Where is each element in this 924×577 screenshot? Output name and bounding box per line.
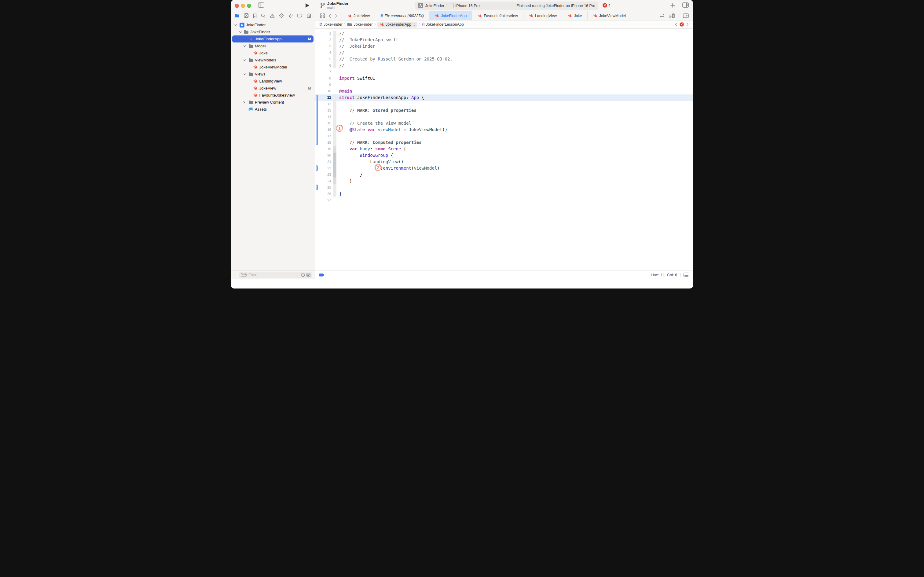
chevron-down-icon[interactable]: [239, 31, 242, 33]
breadcrumb-item-jokefinder[interactable]: AJokeFinder: [320, 22, 343, 27]
tab-favouritejokesview[interactable]: FavouriteJokesView: [472, 11, 523, 20]
find-navigator-icon[interactable]: [261, 13, 266, 18]
tab-jokefinderapp[interactable]: JokeFinderApp: [429, 11, 472, 20]
hide-bottom-bar-icon[interactable]: [684, 272, 689, 277]
sidebar-item-jokefinderapp[interactable]: JokeFinderAppM: [231, 35, 315, 42]
minimize-window-button[interactable]: [241, 4, 245, 8]
code-line-18[interactable]: 18 // MARK: Computed properties: [316, 139, 693, 146]
chevron-down-icon[interactable]: [243, 45, 246, 47]
modified-badge: M: [308, 37, 311, 41]
add-split-editor-icon[interactable]: [683, 13, 689, 18]
filter-icon[interactable]: [241, 273, 247, 277]
code-line-19[interactable]: 19 var body: some Scene {: [316, 146, 693, 152]
go-back-icon[interactable]: [328, 14, 331, 18]
source-control-navigator-icon[interactable]: [244, 13, 249, 18]
chevron-right-icon[interactable]: [243, 101, 246, 103]
close-window-button[interactable]: [235, 4, 239, 8]
sidebar-item-preview-content[interactable]: Preview Content: [231, 99, 315, 106]
code-line-11[interactable]: 11struct JokeFinderLessonApp: App {: [316, 94, 693, 101]
filter-field[interactable]: Filter: [239, 272, 312, 278]
sidebar-item-model[interactable]: Model: [231, 42, 315, 50]
go-forward-icon[interactable]: [335, 14, 338, 18]
code-line-1[interactable]: 1//: [316, 30, 693, 37]
sidebar-item-landingview[interactable]: LandingView: [231, 77, 315, 85]
error-count-badge[interactable]: 4: [602, 3, 610, 8]
code-line-27[interactable]: 27: [316, 197, 693, 203]
run-button[interactable]: [305, 3, 309, 8]
code-line-2[interactable]: 2// JokeFinderApp.swift: [316, 37, 693, 43]
current-issue-icon[interactable]: [679, 22, 684, 27]
scheme-status-pill[interactable]: A JokeFinder 〉 iPhone 16 Pro Finished ru…: [415, 2, 598, 10]
scheme-name[interactable]: JokeFinder: [425, 4, 444, 8]
code-line-25[interactable]: 25: [316, 184, 693, 191]
editor-overview-icon[interactable]: [320, 13, 325, 18]
sidebar-item-joke[interactable]: Joke: [231, 50, 315, 56]
code-line-12[interactable]: 12: [316, 101, 693, 107]
code-line-9[interactable]: 9: [316, 82, 693, 88]
code-line-16[interactable]: 16 @State var viewModel = JokeViewModel(…: [316, 127, 693, 133]
breadcrumb-item-jokefinderlessonapp[interactable]: SJokeFinderLessonApp: [422, 22, 464, 27]
previous-issue-icon[interactable]: [674, 23, 677, 26]
line-number: 24: [316, 178, 331, 184]
project-title: JokeFinder: [327, 1, 348, 6]
sidebar-item-jokefinder[interactable]: AJokeFinder: [231, 21, 315, 28]
code-line-8[interactable]: 8import SwiftUI: [316, 75, 693, 82]
code-text: // Created by Russell Gordon on 2025-03-…: [339, 56, 452, 62]
code-line-15[interactable]: 15 // Create the view model: [316, 120, 693, 127]
left-sidebar-toggle-icon[interactable]: [258, 2, 264, 8]
reports-navigator-icon[interactable]: [307, 13, 311, 18]
code-line-7[interactable]: 7: [316, 69, 693, 75]
breakpoints-navigator-icon[interactable]: [297, 14, 303, 18]
issues-navigator-icon[interactable]: [270, 13, 275, 18]
jump-bar-stepper-icon[interactable]: ⌃⌄: [414, 23, 415, 26]
source-editor[interactable]: 1//2// JokeFinderApp.swift3// JokeFinder…: [316, 29, 693, 270]
sidebar-item-assets[interactable]: Assets: [231, 106, 315, 113]
breadcrumb-item-jokefinderapp[interactable]: JokeFinderApp⌃⌄: [377, 22, 417, 27]
tab-joke[interactable]: Joke: [562, 11, 587, 20]
sidebar-item-jokeviewmodel[interactable]: JokeViewModel: [231, 64, 315, 71]
source-control-filter-icon[interactable]: [306, 273, 311, 277]
tab-jokeview[interactable]: JokeView: [341, 11, 375, 20]
debug-navigator-icon[interactable]: [288, 13, 293, 18]
tab-jokeviewmodel[interactable]: JokeViewModel: [587, 11, 631, 20]
code-line-4[interactable]: 4//: [316, 50, 693, 56]
zoom-window-button[interactable]: [247, 4, 251, 8]
code-line-22[interactable]: 22 .environment(viewModel): [316, 165, 693, 171]
code-line-24[interactable]: 24 }: [316, 178, 693, 184]
project-navigator-icon[interactable]: [235, 14, 240, 18]
sidebar-item-viewmodels[interactable]: ViewModels: [231, 56, 315, 64]
code-line-17[interactable]: 17: [316, 133, 693, 139]
add-file-button[interactable]: +: [233, 272, 237, 277]
code-text: LandingView(): [339, 159, 404, 165]
chevron-down-icon[interactable]: [234, 24, 237, 26]
swap-editors-icon[interactable]: [660, 14, 665, 18]
chevron-down-icon[interactable]: [243, 73, 246, 75]
sidebar-item-favouritejokesview[interactable]: FavouriteJokesView: [231, 92, 315, 99]
sidebar-item-jokeview[interactable]: JokeViewM: [231, 85, 315, 92]
folder-icon: [248, 100, 253, 105]
add-editor-button[interactable]: [670, 3, 675, 8]
code-line-5[interactable]: 5// Created by Russell Gordon on 2025-03…: [316, 56, 693, 62]
code-line-14[interactable]: 14: [316, 114, 693, 120]
breadcrumb-item-jokefinder[interactable]: JokeFinder: [347, 22, 372, 27]
chevron-down-icon[interactable]: [243, 59, 246, 61]
code-line-13[interactable]: 13 // MARK: Stored properties: [316, 107, 693, 114]
next-issue-icon[interactable]: [686, 23, 689, 26]
code-line-10[interactable]: 10@main: [316, 88, 693, 94]
code-line-20[interactable]: 20 WindowGroup {: [316, 152, 693, 159]
tests-navigator-icon[interactable]: [279, 13, 284, 18]
tab-landingview[interactable]: LandingView: [523, 11, 562, 20]
code-line-26[interactable]: 26}: [316, 191, 693, 197]
minimap-icon[interactable]: [669, 13, 674, 18]
bookmarks-navigator-icon[interactable]: [253, 13, 257, 18]
recents-clock-icon[interactable]: [301, 273, 305, 277]
run-destination[interactable]: iPhone 16 Pro: [456, 4, 480, 8]
sidebar-item-views[interactable]: Views: [231, 71, 315, 77]
right-sidebar-toggle-icon[interactable]: [682, 2, 689, 8]
code-line-23[interactable]: 23 }: [316, 171, 693, 178]
tab-fix-comment-6f02274-[interactable]: #Fix comment (6f02274): [375, 11, 429, 20]
code-line-6[interactable]: 6//: [316, 62, 693, 69]
code-line-3[interactable]: 3// JokeFinder: [316, 43, 693, 50]
code-line-21[interactable]: 21 LandingView(): [316, 159, 693, 165]
sidebar-item-jokefinder[interactable]: JokeFinder: [231, 28, 315, 35]
